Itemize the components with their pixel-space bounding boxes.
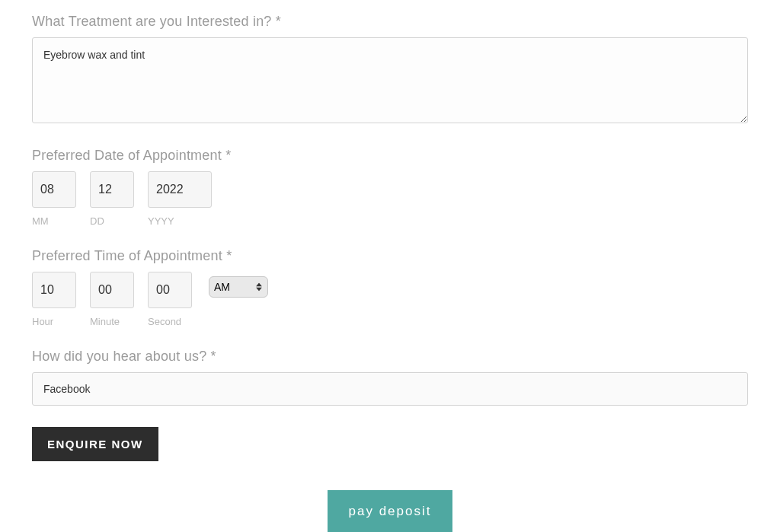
second-sublabel: Second	[148, 316, 181, 327]
minute-wrap: Minute	[90, 272, 134, 327]
date-label: Preferred Date of Appointment *	[32, 148, 748, 164]
time-label: Preferred Time of Appointment *	[32, 248, 748, 264]
minute-input[interactable]	[90, 272, 134, 308]
year-input[interactable]	[148, 171, 212, 208]
hear-field-group: How did you hear about us? *	[32, 349, 748, 406]
treatment-field-group: What Treatment are you Interested in? *	[32, 14, 748, 126]
hour-sublabel: Hour	[32, 316, 53, 327]
month-input[interactable]	[32, 171, 76, 208]
month-sublabel: MM	[32, 215, 49, 227]
pay-deposit-button[interactable]: pay deposit	[328, 490, 453, 532]
ampm-wrap: AM	[209, 276, 268, 298]
day-sublabel: DD	[90, 215, 104, 227]
second-wrap: Second	[148, 272, 192, 327]
time-field-group: Preferred Time of Appointment * Hour Min…	[32, 248, 748, 327]
date-inputs-row: MM DD YYYY	[32, 171, 748, 227]
minute-sublabel: Minute	[90, 316, 120, 327]
enquire-now-button[interactable]: ENQUIRE NOW	[32, 427, 158, 461]
year-wrap: YYYY	[148, 171, 212, 227]
date-field-group: Preferred Date of Appointment * MM DD YY…	[32, 148, 748, 227]
ampm-select[interactable]: AM	[209, 276, 268, 298]
hear-input[interactable]	[32, 372, 748, 406]
month-wrap: MM	[32, 171, 76, 227]
treatment-label: What Treatment are you Interested in? *	[32, 14, 748, 30]
day-wrap: DD	[90, 171, 134, 227]
hour-input[interactable]	[32, 272, 76, 308]
treatment-textarea[interactable]	[32, 37, 748, 123]
day-input[interactable]	[90, 171, 134, 208]
second-input[interactable]	[148, 272, 192, 308]
submit-row: ENQUIRE NOW	[32, 427, 748, 461]
year-sublabel: YYYY	[148, 215, 174, 227]
hear-label: How did you hear about us? *	[32, 349, 748, 365]
time-inputs-row: Hour Minute Second AM	[32, 272, 748, 327]
pay-deposit-row: pay deposit	[32, 490, 748, 532]
hour-wrap: Hour	[32, 272, 76, 327]
